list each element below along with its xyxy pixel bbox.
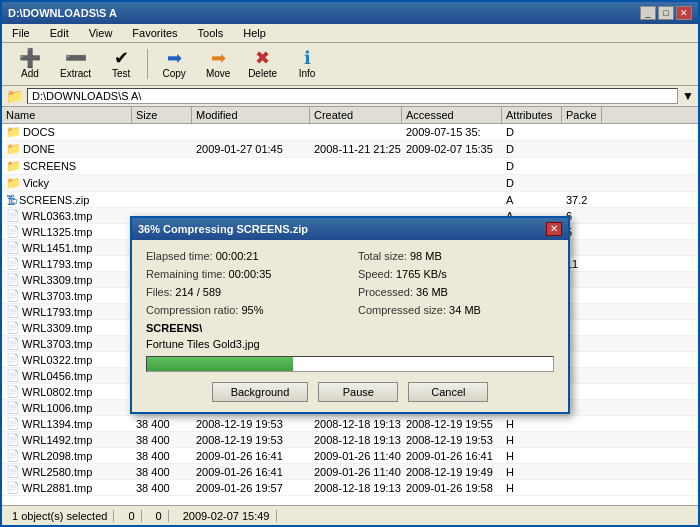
file-accessed-cell (402, 158, 502, 174)
file-icon: 📄 (6, 257, 20, 270)
address-go-button[interactable]: ▼ (682, 89, 694, 103)
folder-icon: 📁 (6, 125, 21, 139)
compress-dialog: 36% Compressing SCREENS.zip ✕ Elapsed ti… (130, 216, 570, 414)
file-attr-cell: D (502, 124, 562, 140)
processed-value: 36 MB (416, 286, 448, 298)
menu-tools[interactable]: Tools (192, 26, 230, 40)
add-icon: ➕ (19, 49, 41, 67)
file-attr-cell: H (502, 464, 562, 479)
file-created-cell (310, 124, 402, 140)
test-button[interactable]: ✔ Test (101, 47, 141, 81)
table-row[interactable]: 📁DONE 2009-01-27 01:45 2008-11-21 21:25 … (2, 141, 698, 158)
files-label: Files: (146, 286, 172, 298)
file-icon: 📄 (6, 305, 20, 318)
extract-icon: ➖ (65, 49, 87, 67)
menu-favorites[interactable]: Favorites (126, 26, 183, 40)
file-packed-cell: 37.2 (562, 192, 602, 207)
file-name-cell: 📄WRL0802.tmp (2, 384, 132, 399)
file-icon: 📄 (6, 369, 20, 382)
file-name-cell: 📄WRL0322.tmp (2, 352, 132, 367)
progress-bar-fill (147, 357, 293, 371)
file-modified-cell: 2008-12-19 19:53 (192, 416, 310, 431)
total-size-value: 98 MB (410, 250, 442, 262)
table-row[interactable]: 📄WRL2881.tmp 38 400 2009-01-26 19:57 200… (2, 480, 698, 496)
status-selected: 1 object(s) selected (6, 510, 114, 522)
file-accessed-cell: 2009-02-07 15:35 (402, 141, 502, 157)
table-row[interactable]: 📁SCREENS D (2, 158, 698, 175)
extract-label: Extract (60, 68, 91, 79)
info-button[interactable]: ℹ Info (287, 47, 327, 81)
address-input[interactable] (27, 88, 678, 104)
table-row[interactable]: 📄WRL1394.tmp 38 400 2008-12-19 19:53 200… (2, 416, 698, 432)
file-packed-cell (562, 158, 602, 174)
file-modified-cell: 2008-12-19 19:53 (192, 432, 310, 447)
zip-icon: 🗜 (6, 194, 17, 206)
delete-button[interactable]: ✖ Delete (242, 47, 283, 81)
file-accessed-cell: 2008-12-19 19:53 (402, 432, 502, 447)
status-datetime: 2009-02-07 15:49 (177, 510, 277, 522)
file-icon: 📄 (6, 481, 20, 494)
file-created-cell (310, 158, 402, 174)
folder-icon: 📁 (6, 142, 21, 156)
close-button[interactable]: ✕ (676, 6, 692, 20)
test-label: Test (112, 68, 130, 79)
dialog-col-2-2: Speed: 1765 KB/s (358, 268, 554, 280)
file-accessed-cell: 2008-12-19 19:55 (402, 416, 502, 431)
elapsed-value: 00:00:21 (216, 250, 259, 262)
copy-icon: ➡ (167, 49, 182, 67)
dialog-row-3: Files: 214 / 589 Processed: 36 MB (146, 286, 554, 298)
files-value: 214 / 589 (175, 286, 221, 298)
dialog-close-button[interactable]: ✕ (546, 222, 562, 236)
file-size-cell: 38 400 (132, 416, 192, 431)
table-row[interactable]: 📄WRL2098.tmp 38 400 2009-01-26 16:41 200… (2, 448, 698, 464)
move-icon: ➡ (211, 49, 226, 67)
col-packed[interactable]: Packe (562, 107, 602, 123)
speed-value: 1765 KB/s (396, 268, 447, 280)
table-row[interactable]: 🗜SCREENS.zip A 37.2 (2, 192, 698, 208)
maximize-button[interactable]: □ (658, 6, 674, 20)
extract-button[interactable]: ➖ Extract (54, 47, 97, 81)
total-size-label: Total size: (358, 250, 407, 262)
move-button[interactable]: ➡ Move (198, 47, 238, 81)
file-created-cell: 2008-12-18 19:13 (310, 432, 402, 447)
elapsed-label: Elapsed time: (146, 250, 213, 262)
minimize-button[interactable]: _ (640, 6, 656, 20)
background-button[interactable]: Background (212, 382, 309, 402)
add-button[interactable]: ➕ Add (10, 47, 50, 81)
file-attr-cell: A (502, 192, 562, 207)
ratio-value: 95% (241, 304, 263, 316)
cancel-button[interactable]: Cancel (408, 382, 488, 402)
menu-edit[interactable]: Edit (44, 26, 75, 40)
file-attr-cell: D (502, 158, 562, 174)
add-label: Add (21, 68, 39, 79)
table-row[interactable]: 📄WRL1492.tmp 38 400 2008-12-19 19:53 200… (2, 432, 698, 448)
copy-button[interactable]: ➡ Copy (154, 47, 194, 81)
file-icon: 📄 (6, 417, 20, 430)
col-modified[interactable]: Modified (192, 107, 310, 123)
menu-view[interactable]: View (83, 26, 119, 40)
menu-bar: File Edit View Favorites Tools Help (2, 24, 698, 43)
file-accessed-cell: 2009-07-15 35: (402, 124, 502, 140)
col-accessed[interactable]: Accessed (402, 107, 502, 123)
table-row[interactable]: 📁DOCS 2009-07-15 35: D (2, 124, 698, 141)
table-row[interactable]: 📁Vicky D (2, 175, 698, 192)
move-label: Move (206, 68, 230, 79)
file-packed-cell (562, 175, 602, 191)
remaining-label: Remaining time: (146, 268, 225, 280)
delete-label: Delete (248, 68, 277, 79)
menu-help[interactable]: Help (237, 26, 272, 40)
col-attributes[interactable]: Attributes (502, 107, 562, 123)
dialog-col-1-2: Total size: 98 MB (358, 250, 554, 262)
menu-file[interactable]: File (6, 26, 36, 40)
file-size-cell (132, 124, 192, 140)
file-modified-cell (192, 192, 310, 207)
table-row[interactable]: 📄WRL2580.tmp 38 400 2009-01-26 16:41 200… (2, 464, 698, 480)
file-name-cell: 📄WRL1451.tmp (2, 240, 132, 255)
dialog-col-1-1: Elapsed time: 00:00:21 (146, 250, 342, 262)
pause-button[interactable]: Pause (318, 382, 398, 402)
col-created[interactable]: Created (310, 107, 402, 123)
window-title: D:\DOWNLOADS\S A (8, 7, 117, 19)
col-size[interactable]: Size (132, 107, 192, 123)
file-packed-cell (562, 124, 602, 140)
col-name[interactable]: Name (2, 107, 132, 123)
